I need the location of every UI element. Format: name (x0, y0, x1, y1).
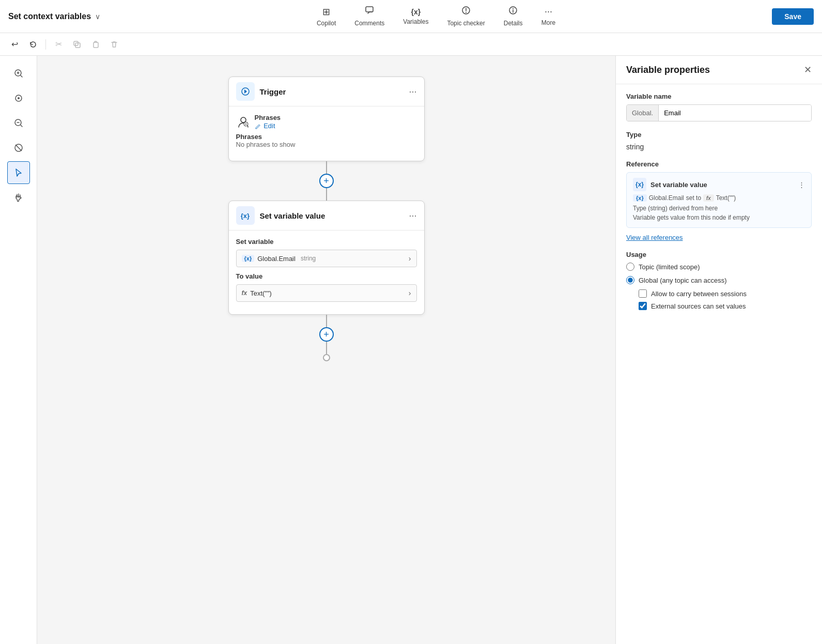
canvas-area: Trigger ··· Phrases (0, 56, 615, 644)
connector-line-2 (326, 188, 327, 201)
nav-more[interactable]: ··· More (533, 2, 564, 30)
nav-more-label: More (541, 19, 555, 26)
flow-canvas: Trigger ··· Phrases (37, 56, 615, 644)
type-value: string (626, 143, 812, 151)
topic-checker-icon (461, 6, 471, 18)
undo-button[interactable]: ↩ (6, 36, 23, 53)
reference-card: {x} Set variable value ⋮ {x} Global.Emai… (626, 172, 812, 228)
nav-variables-label: Variables (403, 18, 428, 25)
trigger-node-title: Trigger (260, 87, 286, 96)
usage-global-label: Global (any topic can access) (639, 277, 727, 284)
copy-button[interactable] (69, 36, 85, 53)
toolbar-divider (45, 39, 46, 50)
reference-section: Reference {x} Set variable value ⋮ {x} G… (626, 160, 812, 241)
nav-copilot-label: Copilot (317, 20, 336, 27)
ref-detail-row: {x} Global.Email set to fx Text("") (633, 194, 805, 202)
connector-line-1 (326, 161, 327, 174)
external-sources-label: External sources can set values (651, 302, 746, 310)
nav-details-label: Details (504, 20, 523, 27)
usage-section: Usage Topic (limited scope) Global (any … (626, 251, 812, 310)
carry-sessions-row: Allow to carry between sessions (639, 289, 812, 298)
trigger-node-body: Phrases Edit Phrases No phrases to show (229, 106, 424, 161)
ref-card-header: {x} Set variable value ⋮ (633, 178, 805, 191)
zoom-out-button[interactable] (7, 112, 30, 134)
page-title: Set context variables (8, 12, 91, 21)
paste-button[interactable] (87, 36, 104, 53)
ref-set-to: set to (686, 194, 701, 202)
variable-tag: {x} (242, 255, 255, 262)
usage-topic-radio[interactable] (626, 263, 634, 271)
flow-content: Trigger ··· Phrases (228, 76, 425, 361)
usage-global-radio[interactable] (626, 276, 634, 284)
trigger-node-header: Trigger ··· (229, 77, 424, 106)
nav-copilot[interactable]: ⊞ Copilot (308, 2, 344, 31)
ref-card-more-button[interactable]: ⋮ (798, 181, 805, 189)
variable-name-input-row: Global. (626, 104, 812, 121)
variable-arrow-icon: › (409, 254, 411, 263)
usage-section-title: Usage (626, 251, 812, 258)
no-touch-button[interactable] (7, 136, 30, 159)
topbar-nav: ⊞ Copilot Comments {x} Variables Topic c… (308, 2, 564, 31)
to-value-section: To value fx Text("") › (236, 272, 417, 302)
cut-button[interactable]: ✂ (50, 36, 67, 53)
usage-global-row: Global (any topic can access) (626, 276, 812, 284)
reference-section-title: Reference (626, 160, 812, 168)
zoom-in-button[interactable] (7, 62, 30, 85)
side-toolbar (0, 56, 37, 644)
center-view-button[interactable] (7, 87, 30, 110)
topbar-right: Save (772, 8, 814, 25)
nav-variables[interactable]: {x} Variables (395, 4, 437, 29)
copilot-icon: ⊞ (322, 6, 330, 18)
set-variable-node-header: {x} Set variable value ··· (229, 201, 424, 231)
panel-close-button[interactable]: ✕ (804, 64, 812, 75)
connector-line-3 (326, 315, 327, 327)
phrases-section: Phrases No phrases to show (236, 133, 417, 148)
trigger-node-more-button[interactable]: ··· (409, 86, 416, 97)
svg-line-13 (15, 145, 22, 151)
type-section: Type string (626, 131, 812, 151)
nav-comments[interactable]: Comments (346, 2, 393, 31)
set-variable-node-title: Set variable value (260, 211, 325, 220)
title-chevron-icon[interactable]: ∨ (95, 12, 100, 21)
connector-1: + (319, 161, 334, 201)
set-variable-label: Set variable (236, 238, 417, 246)
ref-fx-value: Text("") (716, 194, 736, 202)
connector-line-4 (326, 342, 327, 354)
svg-point-2 (466, 12, 467, 13)
view-all-references-link[interactable]: View all references (626, 234, 683, 241)
svg-rect-6 (74, 41, 78, 45)
fx-row[interactable]: fx Text("") › (236, 284, 417, 302)
set-variable-icon-wrap: {x} (236, 206, 255, 225)
trigger-phrases-row: Phrases Edit (236, 114, 417, 130)
external-sources-row: External sources can set values (639, 302, 812, 310)
save-button[interactable]: Save (772, 8, 814, 25)
variable-name-section: Variable name Global. (626, 93, 812, 121)
carry-sessions-checkbox[interactable] (639, 289, 647, 298)
set-variable-section: Set variable {x} Global.Email string › (236, 238, 417, 267)
set-variable-node-more-button[interactable]: ··· (409, 210, 416, 221)
variable-name-input[interactable] (659, 105, 811, 121)
pan-tool-button[interactable] (7, 186, 30, 209)
details-icon (508, 6, 518, 18)
connector-2: + (319, 315, 334, 361)
right-panel: Variable properties ✕ Variable name Glob… (615, 56, 822, 644)
select-tool-button[interactable] (7, 161, 30, 184)
panel-body: Variable name Global. Type string Refere… (616, 84, 822, 328)
add-node-button-2[interactable]: + (319, 327, 334, 342)
trigger-node-wrapper: Trigger ··· Phrases (228, 76, 425, 161)
svg-point-15 (241, 117, 246, 122)
variable-name-section-title: Variable name (626, 93, 812, 100)
svg-rect-7 (94, 42, 98, 48)
external-sources-checkbox[interactable] (639, 302, 647, 310)
nav-details[interactable]: Details (495, 2, 531, 31)
fx-value: Text("") (250, 289, 272, 297)
ref-note: Type (string) derived from here Variable… (633, 204, 805, 222)
redo-button[interactable] (25, 36, 41, 53)
nav-topic-checker[interactable]: Topic checker (439, 2, 493, 31)
delete-button[interactable] (106, 36, 122, 53)
trigger-edit-link[interactable]: Edit (255, 122, 275, 130)
add-node-button-1[interactable]: + (319, 174, 334, 188)
variable-input-row[interactable]: {x} Global.Email string › (236, 250, 417, 267)
main-layout: Trigger ··· Phrases (0, 56, 822, 644)
usage-topic-row: Topic (limited scope) (626, 263, 812, 271)
